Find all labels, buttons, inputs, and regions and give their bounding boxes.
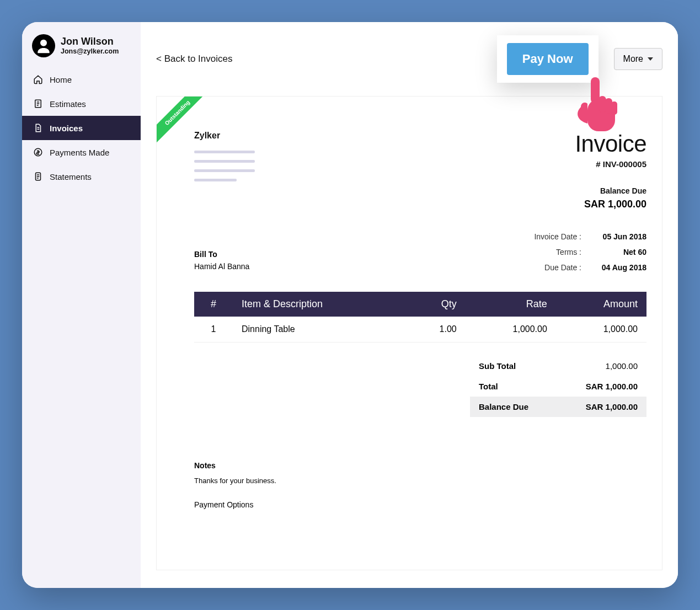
nav-list: Home Estimates Invoices Payments Made [22, 67, 141, 189]
sidebar-item-home[interactable]: Home [22, 67, 141, 92]
col-header-rate: Rate [466, 292, 556, 317]
balance-due-label: Balance Due [575, 186, 646, 195]
avatar [32, 34, 55, 57]
cell-amount: 1,000.00 [556, 317, 646, 343]
notes-text: Thanks for your business. [194, 477, 646, 485]
meta-label: Invoice Date : [521, 232, 581, 241]
balance-row: Balance Due SAR 1,000.00 [470, 397, 646, 417]
profile-email: Jons@zylker.com [61, 47, 119, 56]
sidebar-item-payments-made[interactable]: Payments Made [22, 140, 141, 164]
sidebar-item-label: Invoices [50, 124, 83, 133]
topbar: < Back to Invoices Pay Now More [156, 35, 662, 83]
profile-block: Jon Wilson Jons@zylker.com [22, 34, 141, 67]
sidebar-item-invoices[interactable]: Invoices [22, 116, 141, 140]
total-value: SAR 1,000.00 [586, 382, 638, 391]
invoice-title-block: Invoice # INV-000005 Balance Due SAR 1,0… [575, 131, 646, 210]
sidebar-item-label: Home [50, 75, 72, 84]
col-header-qty: Qty [405, 292, 466, 317]
invoice-card: Outstanding Zylker Invoice # INV-000005 … [156, 96, 662, 570]
total-label: Total [479, 382, 498, 391]
invoices-icon [33, 123, 43, 133]
sidebar-item-label: Payments Made [50, 148, 109, 157]
company-block: Zylker [194, 131, 255, 188]
notes-title: Notes [194, 461, 646, 470]
meta-invoice-date: Invoice Date : 05 Jun 2018 [194, 232, 646, 241]
cell-rate: 1,000.00 [466, 317, 556, 343]
notes-block: Notes Thanks for your business. Payment … [194, 461, 646, 509]
main-content: < Back to Invoices Pay Now More [141, 22, 678, 588]
back-to-invoices-link[interactable]: < Back to Invoices [156, 53, 232, 65]
meta-value: 04 Aug 2018 [597, 263, 646, 272]
balance-label: Balance Due [479, 402, 528, 411]
sidebar-item-estimates[interactable]: Estimates [22, 92, 141, 116]
invoice-header: Zylker Invoice # INV-000005 Balance Due … [194, 131, 646, 210]
sidebar: Jon Wilson Jons@zylker.com Home Estimate… [22, 22, 141, 588]
meta-value: 05 Jun 2018 [597, 232, 646, 241]
subtotal-label: Sub Total [479, 361, 516, 371]
sidebar-item-statements[interactable]: Statements [22, 164, 141, 189]
sidebar-item-label: Estimates [50, 99, 86, 109]
table-row: 1 Dinning Table 1.00 1,000.00 1,000.00 [194, 317, 646, 343]
company-address-placeholder [194, 151, 255, 181]
meta-label: Terms : [521, 248, 581, 256]
paynow-container: Pay Now [497, 35, 599, 83]
pay-now-button[interactable]: Pay Now [507, 43, 589, 75]
profile-text: Jon Wilson Jons@zylker.com [61, 36, 119, 56]
subtotal-row: Sub Total 1,000.00 [470, 356, 646, 376]
sidebar-item-label: Statements [50, 172, 92, 181]
app-frame: Jon Wilson Jons@zylker.com Home Estimate… [22, 22, 678, 588]
invoice-number: # INV-000005 [575, 159, 646, 169]
profile-name: Jon Wilson [61, 36, 119, 48]
balance-due-amount: SAR 1,000.00 [575, 199, 646, 210]
items-table: # Item & Description Qty Rate Amount 1 D… [194, 292, 646, 343]
cell-item: Dinning Table [233, 317, 405, 343]
invoice-title: Invoice [575, 131, 646, 157]
payments-icon [33, 147, 43, 157]
chevron-down-icon [648, 57, 653, 61]
estimates-icon [33, 99, 43, 109]
svg-point-0 [40, 40, 47, 46]
company-name: Zylker [194, 131, 255, 141]
home-icon [33, 74, 43, 84]
col-header-num: # [194, 292, 233, 317]
col-header-item: Item & Description [233, 292, 405, 317]
subtotal-value: 1,000.00 [606, 361, 638, 371]
cell-num: 1 [194, 317, 233, 343]
statements-icon [33, 172, 43, 181]
payment-options-label: Payment Options [194, 500, 646, 509]
meta-label: Due Date : [521, 263, 581, 272]
balance-value: SAR 1,000.00 [586, 402, 638, 411]
total-row: Total SAR 1,000.00 [470, 376, 646, 397]
totals-block: Sub Total 1,000.00 Total SAR 1,000.00 Ba… [470, 356, 646, 417]
cell-qty: 1.00 [405, 317, 466, 343]
meta-value: Net 60 [597, 248, 646, 256]
more-button[interactable]: More [614, 48, 662, 70]
more-label: More [623, 54, 643, 64]
top-actions: Pay Now More [497, 35, 662, 83]
col-header-amount: Amount [556, 292, 646, 317]
